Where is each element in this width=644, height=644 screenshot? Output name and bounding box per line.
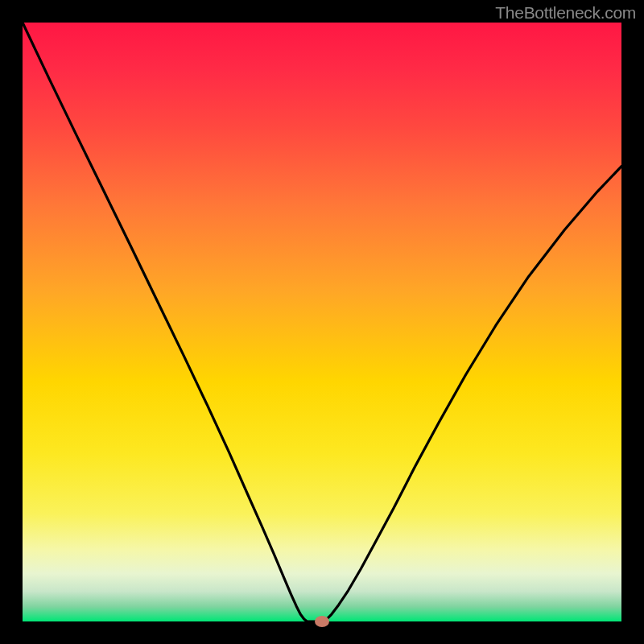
watermark-text: TheBottleneck.com bbox=[495, 3, 636, 23]
chart-container: TheBottleneck.com bbox=[0, 0, 644, 644]
bottleneck-chart bbox=[0, 0, 644, 644]
optimal-point-marker bbox=[315, 616, 329, 627]
plot-background bbox=[23, 23, 621, 621]
